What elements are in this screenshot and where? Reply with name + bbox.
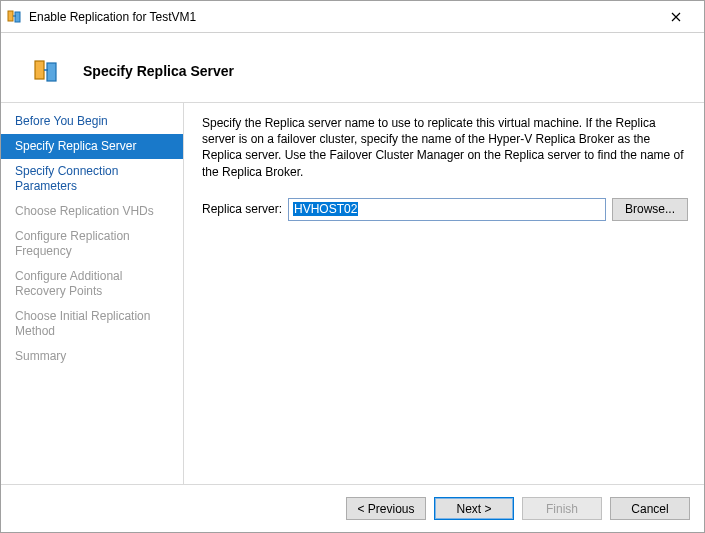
browse-button[interactable]: Browse... <box>612 198 688 221</box>
next-button[interactable]: Next > <box>434 497 514 520</box>
step-specify-replica-server[interactable]: Specify Replica Server <box>1 134 183 159</box>
svg-rect-2 <box>35 61 44 79</box>
page-heading: Specify Replica Server <box>83 63 234 79</box>
replication-large-icon <box>33 57 61 85</box>
wizard-body: Before You Begin Specify Replica Server … <box>1 103 704 484</box>
replication-icon <box>7 9 23 25</box>
wizard-footer: < Previous Next > Finish Cancel <box>1 484 704 532</box>
cancel-button[interactable]: Cancel <box>610 497 690 520</box>
svg-rect-1 <box>15 12 20 22</box>
wizard-steps: Before You Begin Specify Replica Server … <box>1 103 184 484</box>
step-specify-connection-parameters[interactable]: Specify Connection Parameters <box>1 159 183 199</box>
step-summary: Summary <box>1 344 183 369</box>
replica-server-value: HVHOST02 <box>293 202 358 216</box>
wizard-window: Enable Replication for TestVM1 Specify R… <box>0 0 705 533</box>
step-before-you-begin[interactable]: Before You Begin <box>1 109 183 134</box>
replica-server-row: Replica server: HVHOST02 Browse... <box>202 198 688 221</box>
step-configure-replication-frequency: Configure Replication Frequency <box>1 224 183 264</box>
replica-server-input[interactable]: HVHOST02 <box>288 198 606 221</box>
finish-button: Finish <box>522 497 602 520</box>
step-choose-initial-replication-method: Choose Initial Replication Method <box>1 304 183 344</box>
titlebar: Enable Replication for TestVM1 <box>1 1 704 33</box>
description-text: Specify the Replica server name to use t… <box>202 115 688 180</box>
svg-rect-0 <box>8 11 13 21</box>
replica-server-label: Replica server: <box>202 202 282 216</box>
svg-rect-3 <box>47 63 56 81</box>
window-title: Enable Replication for TestVM1 <box>29 10 656 24</box>
step-configure-additional-recovery-points: Configure Additional Recovery Points <box>1 264 183 304</box>
wizard-header: Specify Replica Server <box>1 33 704 103</box>
close-button[interactable] <box>656 1 696 32</box>
step-choose-replication-vhds: Choose Replication VHDs <box>1 199 183 224</box>
previous-button[interactable]: < Previous <box>346 497 426 520</box>
wizard-content: Specify the Replica server name to use t… <box>184 103 704 484</box>
